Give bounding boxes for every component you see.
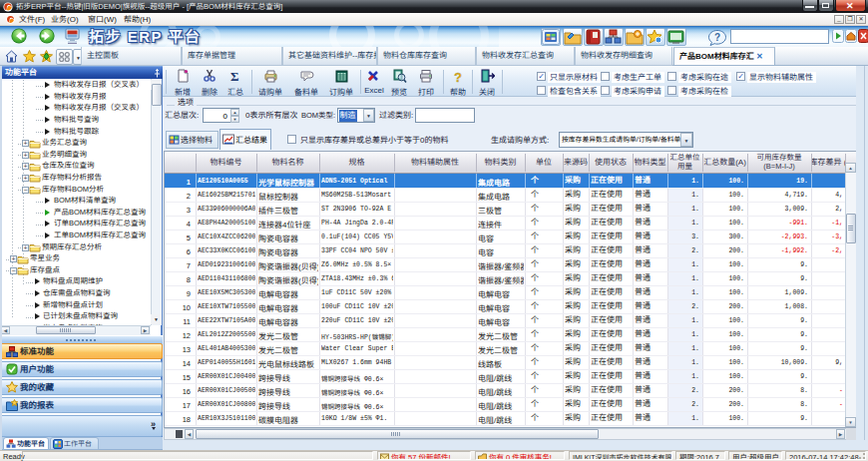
svg-text:Σ: Σ (230, 69, 239, 84)
svg-text:?: ? (454, 70, 462, 85)
svg-text:?: ? (714, 32, 720, 43)
